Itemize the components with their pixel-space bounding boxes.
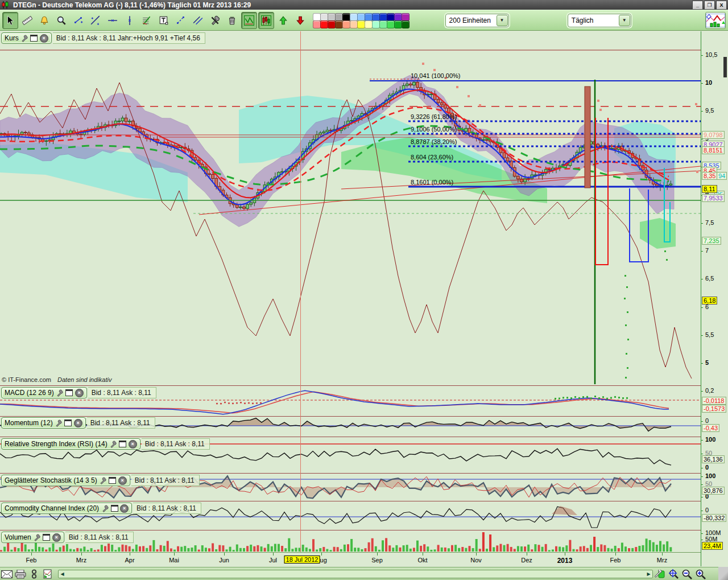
vertical-line-tool[interactable] [122, 12, 138, 29]
price-label--0,0118: -0,0118 [702, 397, 726, 405]
volumen-close-icon[interactable]: × [52, 533, 61, 542]
color-swatch-9[interactable] [379, 13, 387, 21]
color-swatch-0[interactable] [313, 13, 321, 21]
color-swatch-10[interactable] [387, 13, 395, 21]
mail-icon[interactable] [0, 569, 14, 580]
volumen-settings-wrench-icon[interactable] [33, 534, 41, 541]
cursor-tool-icon [5, 15, 15, 26]
attach-icon[interactable] [27, 569, 41, 580]
color-swatch-13[interactable] [313, 20, 321, 28]
units-dropdown[interactable]: 200 Einheiten ▼ [445, 14, 509, 27]
price-label-94: 94 [717, 172, 727, 180]
color-swatch-21[interactable] [372, 20, 380, 28]
momentum-window-icon[interactable] [64, 419, 72, 427]
kurs-chart-canvas[interactable] [0, 31, 701, 385]
color-swatch-2[interactable] [328, 13, 336, 21]
macd-close-icon[interactable]: × [75, 389, 84, 397]
line-chart-mode[interactable] [241, 12, 257, 29]
stochastik-title: Geglätteter Stochastik (14 3 5) [5, 476, 97, 484]
text-tool[interactable] [156, 12, 172, 29]
axis-tick-10: 10 [705, 79, 712, 86]
kurs-close-icon[interactable]: × [40, 34, 48, 43]
color-swatch-23[interactable] [387, 20, 395, 28]
close-button[interactable]: X [716, 1, 727, 10]
trash-tool[interactable] [224, 12, 240, 29]
stochastik-settings-wrench-icon[interactable] [99, 477, 107, 484]
color-swatch-19[interactable] [357, 20, 365, 28]
color-swatch-5[interactable] [350, 13, 358, 21]
macd-window-icon[interactable] [65, 389, 73, 397]
color-swatch-7[interactable] [365, 13, 373, 21]
chart-style-button[interactable] [705, 12, 726, 29]
horizontal-scrollbar[interactable]: ◀ ▶ [58, 570, 653, 578]
cci-window-icon[interactable] [110, 505, 118, 512]
color-swatch-11[interactable] [394, 13, 402, 21]
zoom-out-icon[interactable] [680, 569, 694, 580]
kurs-window-icon[interactable] [30, 35, 38, 42]
scroll-right-arrow-icon[interactable]: ▶ [645, 570, 652, 578]
color-swatch-6[interactable] [357, 13, 365, 21]
color-swatch-20[interactable] [365, 20, 373, 28]
macd-settings-wrench-icon[interactable] [56, 389, 64, 397]
period-value: Täglich [572, 17, 616, 24]
color-swatch-17[interactable] [342, 20, 350, 28]
color-swatch-15[interactable] [328, 20, 336, 28]
rsi-close-icon[interactable]: × [129, 440, 137, 449]
fibonacci-tool[interactable] [139, 12, 155, 29]
candlestick-mode[interactable] [258, 12, 274, 29]
ruler-tool[interactable] [19, 12, 35, 29]
color-swatch-4[interactable] [342, 13, 350, 21]
zoom-in-icon[interactable] [694, 569, 708, 580]
alarm-bell-tool[interactable] [36, 12, 52, 29]
cursor-tool[interactable] [2, 12, 18, 29]
pointer-line-tool-icon [176, 15, 186, 26]
color-swatch-3[interactable] [335, 13, 343, 21]
rsi-window-icon[interactable] [119, 441, 127, 448]
color-swatch-25[interactable] [402, 20, 410, 28]
period-dropdown[interactable]: Täglich ▼ [568, 14, 631, 27]
price-label-7,235: 7,235 [702, 237, 721, 245]
color-swatch-12[interactable] [402, 13, 410, 21]
color-swatch-14[interactable] [320, 20, 328, 28]
candlestick-mode-icon [261, 15, 271, 26]
trendline-tool[interactable] [88, 12, 104, 29]
macd-quote: Bid : 8,11 Ask : 8,11 [88, 387, 156, 398]
restore-button[interactable]: ❐ [704, 1, 715, 10]
arrow-down-marker[interactable] [292, 12, 308, 29]
color-swatch-24[interactable] [394, 20, 402, 28]
window-resize-grip[interactable] [718, 567, 728, 580]
stochastik-window-icon[interactable] [109, 477, 117, 484]
scroll-left-arrow-icon[interactable]: ◀ [59, 570, 66, 578]
magnifier-tool[interactable] [53, 12, 69, 29]
kurs-settings-wrench-icon[interactable] [20, 35, 28, 42]
chart-export-icon[interactable] [41, 569, 55, 580]
rsi-settings-wrench-icon[interactable] [109, 441, 117, 448]
momentum-close-icon[interactable]: × [74, 419, 82, 427]
xaxis-label-Nov: Nov [470, 557, 482, 563]
design-tools-icon[interactable] [653, 569, 667, 580]
color-swatch-8[interactable] [372, 13, 380, 21]
drawing-settings-tool[interactable] [207, 12, 223, 29]
print-icon[interactable] [14, 569, 27, 580]
minimize-button[interactable]: _ [692, 1, 703, 10]
parallel-lines-tool[interactable] [190, 12, 206, 29]
color-swatch-1[interactable] [320, 13, 328, 21]
right-scrollbar-fragment[interactable] [723, 57, 727, 77]
zoom-fit-icon[interactable] [667, 569, 680, 580]
cci-settings-wrench-icon[interactable] [101, 505, 109, 512]
units-dropdown-arrow-icon[interactable]: ▼ [497, 15, 508, 26]
color-swatch-18[interactable] [350, 20, 358, 28]
xaxis-label-Mrz: Mrz [76, 557, 86, 563]
stochastik-close-icon[interactable]: × [118, 476, 127, 485]
drawing-settings-tool-icon [210, 15, 220, 26]
momentum-settings-wrench-icon[interactable] [55, 419, 63, 427]
arrow-up-marker[interactable] [275, 12, 291, 29]
color-swatch-16[interactable] [335, 20, 343, 28]
cci-close-icon[interactable]: × [120, 504, 129, 513]
segment-tool[interactable] [71, 12, 86, 29]
period-dropdown-arrow-icon[interactable]: ▼ [619, 15, 630, 26]
volumen-window-icon[interactable] [43, 534, 51, 541]
horizontal-line-tool[interactable] [105, 12, 121, 29]
pointer-line-tool[interactable] [173, 12, 189, 29]
color-swatch-22[interactable] [379, 20, 387, 28]
